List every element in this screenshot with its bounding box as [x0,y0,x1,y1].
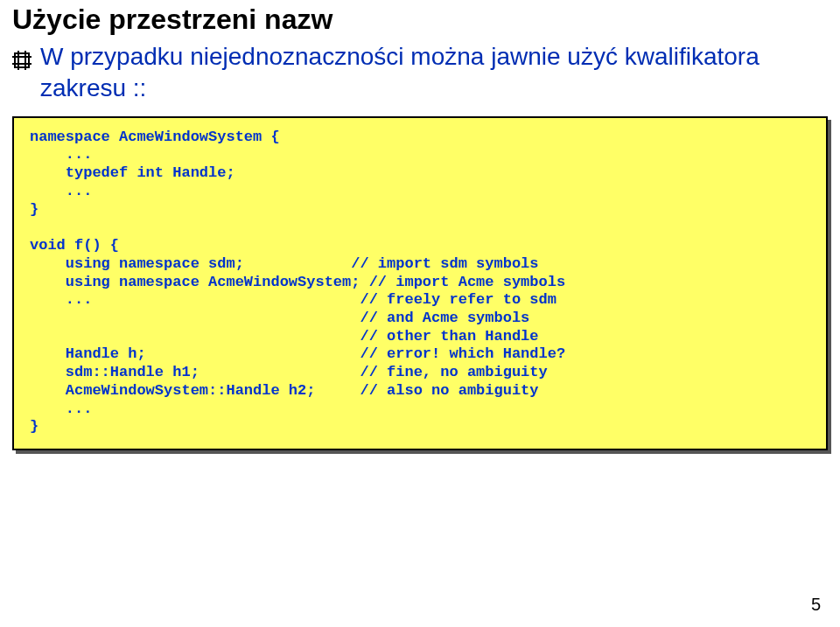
bullet-block: W przypadku niejednoznaczności można jaw… [0,36,840,104]
slide-title: Użycie przestrzeni nazw [0,0,840,36]
bullet-icon [12,46,32,78]
page-number: 5 [811,595,821,615]
code-content: namespace AcmeWindowSystem { ... typedef… [30,129,810,436]
bullet-item: W przypadku niejednoznaczności można jaw… [12,41,828,104]
code-box: namespace AcmeWindowSystem { ... typedef… [12,116,828,450]
svg-rect-0 [15,53,29,67]
bullet-text: W przypadku niejednoznaczności można jaw… [40,41,828,104]
